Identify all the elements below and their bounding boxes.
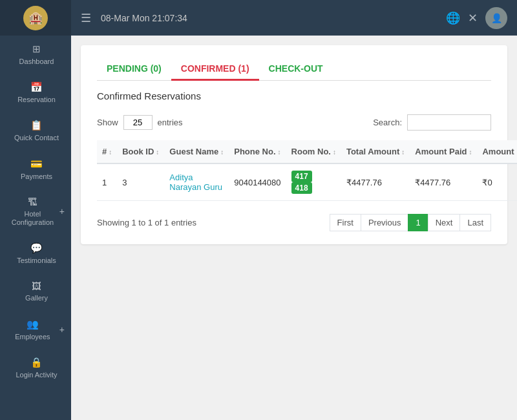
col-book-id: Book ID↕ [117, 140, 164, 163]
section-title: Confirmed Reservations [97, 90, 491, 101]
reservations-table: #↕ Book ID↕ Guest Name↕ Phone No.↕ Room … [97, 140, 517, 201]
cell-due: ₹0 [477, 163, 517, 201]
plus-icon-employees[interactable]: + [59, 324, 65, 335]
topbar: ☰ 08-Mar Mon 21:07:34 🌐 ✕ 👤 [71, 0, 517, 36]
payments-icon: 💳 [30, 158, 43, 170]
sidebar-label-employees: Employees [15, 333, 50, 341]
cell-book-id: 3 [117, 163, 164, 201]
pg-last[interactable]: Last [459, 214, 491, 231]
cell-num: 1 [97, 163, 117, 201]
pg-previous[interactable]: Previous [361, 214, 408, 231]
show-label: Show [97, 118, 118, 127]
room-badge-417: 417 [291, 171, 312, 182]
pg-first[interactable]: First [330, 214, 361, 231]
show-entries-control: Show entries [97, 115, 183, 130]
main-card: PENDING (0) CONFIRMED (1) CHECK-OUT Conf… [81, 45, 507, 244]
sidebar-item-login-activity[interactable]: 🔒 Login Activity [0, 349, 71, 387]
dashboard-icon: ⊞ [32, 43, 41, 55]
globe-icon[interactable]: 🌐 [446, 11, 460, 25]
tab-pending[interactable]: PENDING (0) [97, 58, 171, 81]
sidebar-label-payments: Payments [21, 173, 52, 181]
entries-label: entries [158, 118, 183, 127]
table-header-row: #↕ Book ID↕ Guest Name↕ Phone No.↕ Room … [97, 140, 517, 163]
sidebar-item-gallery[interactable]: 🖼 Gallery [0, 273, 71, 310]
cell-total: ₹4477.76 [341, 163, 410, 201]
search-input[interactable] [407, 114, 491, 131]
content-area: PENDING (0) CONFIRMED (1) CHECK-OUT Conf… [71, 36, 517, 420]
sidebar-logo: 🏨 [0, 0, 71, 36]
tabs-container: PENDING (0) CONFIRMED (1) CHECK-OUT [97, 58, 491, 81]
search-box: Search: [373, 114, 491, 131]
sidebar-label-login-activity: Login Activity [16, 371, 57, 379]
testimonials-icon: 💬 [30, 242, 43, 254]
sidebar-label-hotel-config: Hotel Configuration [8, 210, 57, 227]
sidebar-item-reservation[interactable]: 📅 Reservation [0, 74, 71, 112]
table-controls: Show entries Search: [97, 114, 491, 131]
col-due: Amount Due↕ [477, 140, 517, 163]
reservation-icon: 📅 [30, 81, 43, 93]
entries-input[interactable] [123, 115, 153, 130]
sidebar-label-gallery: Gallery [25, 294, 48, 302]
pagination-buttons: First Previous 1 Next Last [330, 214, 491, 231]
room-badge-418: 418 [291, 182, 312, 194]
sidebar-item-payments[interactable]: 💳 Payments [0, 151, 71, 189]
cell-rooms: 417 418 [286, 163, 341, 201]
pg-1[interactable]: 1 [408, 214, 427, 231]
table-row: 1 3 Aditya Narayan Guru 9040144080 417 4… [97, 163, 517, 201]
tab-checkout[interactable]: CHECK-OUT [259, 58, 333, 81]
showing-text: Showing 1 to 1 of 1 entries [97, 218, 196, 227]
sidebar: 🏨 ⊞ Dashboard 📅 Reservation 📋 Quick Cont… [0, 0, 71, 420]
sidebar-label-quick-contact: Quick Contact [14, 134, 59, 142]
user-avatar[interactable]: 👤 [485, 7, 507, 29]
topbar-icons: 🌐 ✕ 👤 [446, 7, 507, 29]
topbar-datetime: 08-Mar Mon 21:07:34 [101, 13, 436, 23]
pg-next[interactable]: Next [428, 214, 460, 231]
tab-confirmed[interactable]: CONFIRMED (1) [171, 58, 259, 81]
sidebar-item-dashboard[interactable]: ⊞ Dashboard [0, 36, 71, 74]
col-num: #↕ [97, 140, 117, 163]
pagination-area: Showing 1 to 1 of 1 entries First Previo… [97, 214, 491, 231]
col-room: Room No.↕ [286, 140, 341, 163]
col-phone: Phone No.↕ [229, 140, 286, 163]
menu-icon[interactable]: ☰ [81, 11, 91, 25]
plus-icon-hotel-config[interactable]: + [59, 206, 65, 216]
quick-contact-icon: 📋 [30, 120, 43, 131]
cell-guest-name: Aditya Narayan Guru [164, 163, 229, 201]
sidebar-label-dashboard: Dashboard [19, 58, 54, 66]
sidebar-item-testimonials[interactable]: 💬 Testimonials [0, 235, 71, 273]
sidebar-label-reservation: Reservation [17, 96, 56, 104]
cell-paid: ₹4477.76 [410, 163, 477, 201]
col-paid: Amount Paid↕ [410, 140, 477, 163]
search-label: Search: [373, 118, 402, 127]
cell-phone: 9040144080 [229, 163, 286, 201]
col-total: Total Amount↕ [341, 140, 410, 163]
sidebar-item-employees[interactable]: 👥 Employees + [0, 311, 71, 349]
employees-icon: 👥 [26, 319, 39, 330]
guest-link[interactable]: Aditya Narayan Guru [169, 173, 222, 192]
hotel-config-icon: 🏗 [28, 196, 37, 207]
close-icon[interactable]: ✕ [468, 11, 478, 25]
sidebar-label-testimonials: Testimonials [17, 257, 56, 265]
sidebar-item-quick-contact[interactable]: 📋 Quick Contact [0, 112, 71, 150]
sidebar-item-hotel-config[interactable]: 🏗 Hotel Configuration + [0, 189, 71, 235]
gallery-icon: 🖼 [32, 280, 41, 291]
logo-icon: 🏨 [23, 6, 48, 30]
main-wrapper: ☰ 08-Mar Mon 21:07:34 🌐 ✕ 👤 PENDING (0) … [71, 0, 517, 420]
login-activity-icon: 🔒 [30, 357, 43, 368]
col-guest-name: Guest Name↕ [164, 140, 229, 163]
